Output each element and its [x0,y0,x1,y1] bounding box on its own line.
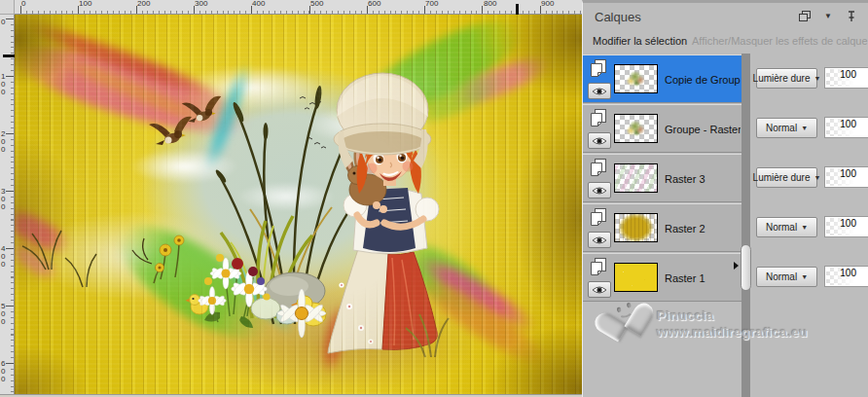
layer-name: Raster 3 [665,155,741,203]
chevron-down-icon: ▼ [801,273,808,280]
opacity-slider[interactable]: 100 [824,117,868,138]
panel-menu-chevron-icon[interactable]: ▼ [821,10,835,22]
layer-name: Copie de Groupe - Ra [665,55,741,104]
modify-selection-link[interactable]: Modifier la sélection [593,35,687,47]
layer-name: Groupe - Raster 4 [665,105,741,154]
layer-visibility-toggle[interactable] [588,232,611,248]
layer-thumbnail[interactable] [614,64,658,93]
panel-toolbar: Modifier la sélection Afficher/Masquer l… [583,30,868,54]
blend-mode-dropdown[interactable]: Normal ▼ [756,217,817,237]
eye-icon [592,285,607,295]
blend-mode-value: Normal [766,271,797,282]
opacity-value: 100 [840,119,856,129]
ruler-label: 500 [1,303,8,326]
watermark-name: Pinuccia [657,308,714,323]
layer-row[interactable]: Copie de Groupe - Ra Lumière dure ▼ 100 [583,54,868,103]
ruler-corner-box [0,0,15,15]
ruler-label: 400 [1,245,8,269]
layer-visibility-toggle[interactable] [588,83,611,99]
opacity-value: 100 [840,268,856,278]
blend-mode-dropdown[interactable]: Normal ▼ [756,267,817,287]
opacity-value: 100 [840,168,856,179]
layer-row[interactable]: Raster 1 Normal ▼ 100 [583,253,868,302]
layer-pages-icon [589,108,608,133]
layer-row[interactable]: Raster 3 Lumière dure ▼ 100 [583,154,868,202]
ruler-cursor-marker [3,54,15,57]
blend-mode-value: Normal [766,222,797,233]
layer-visibility-toggle[interactable] [588,132,611,149]
panel-header: Calques ▼ [583,3,868,30]
chevron-down-icon: ▼ [814,174,821,181]
opacity-value: 100 [840,218,856,229]
eye-icon [592,87,607,96]
layer-name: Raster 1 [665,254,741,303]
chevron-down-icon: ▼ [801,125,808,131]
layer-namecell[interactable]: Raster 3 [583,154,741,202]
panel-title: Calques [595,10,641,24]
ruler-label: 700 [425,0,438,8]
splitter-expand-arrow-icon[interactable] [734,262,739,270]
layer-row[interactable]: Groupe - Raster 4 Normal ▼ 100 [583,104,868,153]
eye-icon [592,186,607,196]
blend-mode-dropdown[interactable]: Normal ▼ [756,118,817,138]
opacity-slider[interactable]: 100 [824,216,868,237]
ruler-label: 600 [368,0,380,8]
layer-pages-icon [589,58,608,84]
ruler-label: 200 [137,0,150,8]
layer-visibility-toggle[interactable] [588,182,611,198]
layer-visibility-toggle[interactable] [588,281,611,298]
layer-thumbnail[interactable] [614,263,658,292]
ruler-label: 200 [1,130,8,154]
opacity-slider[interactable]: 100 [824,67,868,89]
canvas-area: 0 100 200 300 400 500 600 700 800 900 0 … [0,0,582,397]
ruler-label: 100 [1,73,8,96]
ruler-cursor-marker [516,4,519,15]
opacity-slider[interactable]: 100 [824,166,868,188]
ruler-label: 0 [1,18,8,26]
column-splitter[interactable] [741,54,750,397]
ruler-label: 600 [1,360,8,383]
watermark-site: www.maidiregrafica.eu [657,325,808,340]
blend-mode-dropdown[interactable]: Lumière dure ▼ [756,68,817,89]
horizontal-ruler[interactable]: 0 100 200 300 400 500 600 700 800 900 [15,0,582,15]
layer-namecell[interactable]: Raster 2 [583,203,741,252]
layer-namecell[interactable]: Groupe - Raster 4 [583,104,741,153]
layer-namecell[interactable]: Raster 1 [583,253,741,302]
layer-pages-icon [589,158,608,183]
layer-thumbnail[interactable] [614,213,658,242]
ruler-label: 100 [79,0,91,8]
layer-pages-icon [589,207,608,233]
layer-thumbnail[interactable] [614,114,658,143]
blend-mode-value: Normal [766,123,797,133]
splitter-handle[interactable] [741,244,751,291]
ruler-label: 300 [1,188,8,211]
float-window-icon[interactable] [798,10,812,22]
pin-icon[interactable] [845,10,858,22]
blend-mode-value: Lumière dure [753,73,811,84]
app-window: 0 100 200 300 400 500 600 700 800 900 0 … [0,0,868,397]
ruler-label: 800 [484,0,496,8]
layer-name: Raster 2 [665,204,741,253]
watermark-smiley-icon [613,301,640,323]
ruler-label: 500 [310,0,323,8]
eye-icon [592,235,607,245]
opacity-slider[interactable]: 100 [824,266,868,287]
vertical-ruler[interactable]: 0 100 200 300 400 500 600 [0,15,15,397]
eye-icon [592,136,607,146]
ruler-label: 400 [252,0,265,8]
corner-shadows [15,15,582,394]
blend-mode-value: Lumière dure [753,172,811,183]
blend-mode-dropdown[interactable]: Lumière dure ▼ [756,167,817,188]
ruler-label: 0 [21,0,25,8]
layers-panel: Calques ▼ Modifier la sélection Afficher… [582,0,868,397]
ruler-label: 900 [541,0,554,8]
layer-pages-icon [589,257,608,282]
chevron-down-icon: ▼ [814,75,821,82]
toggle-layer-effects-link[interactable]: Afficher/Masquer les effets de calque [692,35,868,47]
layer-row[interactable]: Raster 2 Normal ▼ 100 [583,203,868,252]
layer-namecell[interactable]: Copie de Groupe - Ra [583,54,741,103]
chevron-down-icon: ▼ [801,224,808,231]
image-canvas[interactable] [15,15,582,394]
layer-thumbnail[interactable] [614,163,658,193]
ruler-label: 300 [195,0,207,8]
